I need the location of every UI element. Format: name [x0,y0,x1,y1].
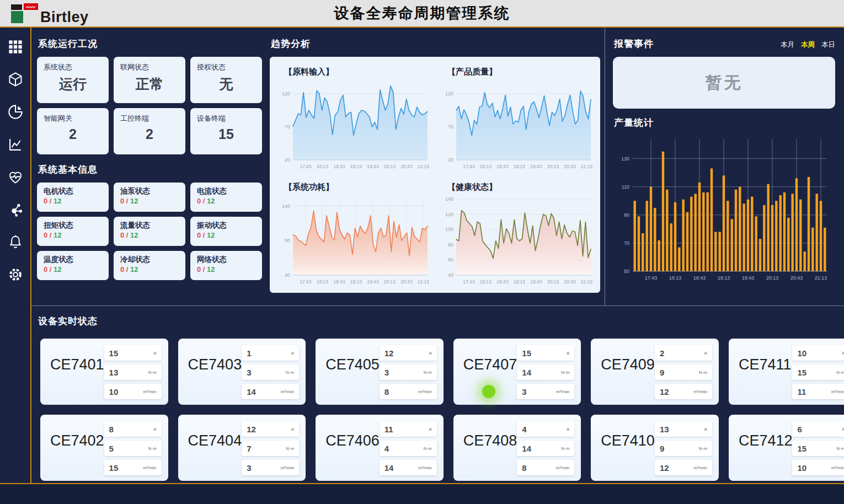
svg-text:20:43: 20:43 [400,164,413,169]
device-metric-row: 10A [792,345,844,361]
device-metric-row: 3m³/min [242,460,299,475]
metric-unit: A [704,427,707,432]
metric-value: 12 [384,348,394,358]
trend-title: 趋势分析 [271,37,600,50]
device-name: CE7411 [739,356,792,399]
metric-value: 8 [384,387,389,396]
device-metric-row: 15m³/min [104,460,162,475]
metric-value: 15 [109,348,119,358]
pie-chart-icon[interactable] [7,104,24,120]
svg-text:20:43: 20:43 [564,164,576,169]
info-card-label: 网络状态 [197,255,255,265]
svg-text:18:43: 18:43 [496,164,509,169]
trend-analysis-card: 【原料输入】207012017:4318:1318:4319:1319:4320… [270,57,600,293]
metric-value: 5 [109,444,114,453]
alarm-tab-本周[interactable]: 本周 [801,40,815,50]
svg-text:90: 90 [624,212,629,218]
cube-icon[interactable] [7,71,24,88]
metric-value: 12 [660,463,669,473]
device-card[interactable]: CE74084A14N·m8m³/min [453,415,581,481]
metric-unit: A [842,351,844,356]
info-count-current: 0 / [120,265,130,274]
logo-black-block [11,4,22,10]
svg-text:21:13: 21:13 [418,164,430,169]
svg-text:120: 120 [445,212,453,217]
info-count-total: 12 [207,197,215,205]
alarm-tab-本月[interactable]: 本月 [781,40,794,50]
metric-value: 10 [109,387,119,396]
metric-value: 11 [384,425,393,434]
status-card: 授权状态无 [190,57,262,103]
molecule-icon[interactable] [7,201,24,218]
svg-text:40: 40 [448,272,453,278]
device-card[interactable]: CE740611A4N·m14m³/min [316,415,444,481]
gear-icon[interactable] [7,266,24,283]
metric-value: 12 [247,425,256,434]
trend-chart-raw-input: 【原料输入】207012017:4318:1318:4319:1319:4320… [273,63,436,175]
device-metrics: 1A3N·m14m³/min [242,345,299,399]
logo-text: Birtley [40,11,89,23]
svg-text:19:43: 19:43 [530,279,542,285]
trend-chart-title: 【系统功耗】 [284,182,434,192]
info-count-current: 0 / [197,265,207,274]
line-chart-icon[interactable] [7,136,24,153]
metric-unit: m³/min [556,465,569,470]
metric-unit: m³/min [693,389,707,394]
info-card-count: 0 / 12 [44,265,102,274]
svg-text:19:13: 19:13 [514,164,526,169]
bell-icon[interactable] [7,234,24,250]
metric-value: 10 [797,348,806,358]
metric-value: 3 [247,368,251,377]
info-card-count: 0 / 12 [44,231,102,239]
svg-text:18:43: 18:43 [496,279,509,285]
info-card: 振动状态0 / 12 [190,217,262,246]
device-metric-row: 15N·m [792,441,844,456]
metric-value: 14 [247,387,256,396]
device-card[interactable]: CE740115A13N·m10m³/min [40,339,168,405]
svg-text:18:13: 18:13 [480,164,492,169]
line-chart-quality: 207012017:4318:1318:4319:1319:4320:1320:… [439,78,597,172]
device-card[interactable]: CE74126A15N·m10m³/min [729,415,844,481]
device-card[interactable]: CE74028A5N·m15m³/min [40,415,168,481]
device-card[interactable]: CE741110A15N·m11m³/min [729,339,844,405]
metric-unit: m³/min [418,465,431,470]
device-card[interactable]: CE740715A14N·m3m³/min [453,339,581,405]
devices-title: 设备实时状态 [38,315,835,328]
device-card[interactable]: CE74031A3N·m14m³/min [178,339,306,405]
info-count-current: 0 / [197,231,207,239]
line-chart-health: 40608010012014017:4318:1318:4319:1319:43… [439,194,597,287]
device-card[interactable]: CE741013A9N·m12m³/min [591,415,719,481]
alarm-tab-本日[interactable]: 本日 [821,40,835,50]
trend-chart-title: 【产品质量】 [447,67,597,77]
metric-unit: A [842,427,844,432]
svg-text:20:13: 20:13 [384,279,396,285]
device-name: CE7405 [325,356,380,399]
device-metric-row: 4A [517,421,574,437]
device-card[interactable]: CE740412A7N·m3m³/min [178,415,306,481]
status-card-label: 授权状态 [197,62,255,72]
info-card: 网络状态0 / 12 [190,251,262,280]
metric-value: 3 [384,368,389,377]
metric-value: 13 [660,425,669,434]
trend-chart-quality: 【产品质量】207012017:4318:1318:4319:1319:4320… [436,63,600,175]
device-metric-row: 6A [792,421,844,437]
svg-text:19:43: 19:43 [742,275,755,281]
metric-value: 15 [797,368,806,377]
alarm-title: 报警事件 [614,37,654,50]
health-icon[interactable] [7,169,24,185]
line-chart-raw-input: 207012017:4318:1318:4319:1319:4320:1320:… [275,78,434,172]
svg-text:21:13: 21:13 [581,279,593,285]
metric-unit: N·m [286,446,294,451]
alarm-tabs: 本月本周本日 [781,40,835,50]
page-title: 设备全寿命周期管理系统 [334,3,510,23]
info-card-count: 0 / 12 [197,265,255,274]
svg-text:140: 140 [445,196,453,202]
status-card: 联网状态正常 [114,57,185,103]
grid-icon[interactable] [7,39,24,55]
device-name: CE7404 [188,432,242,475]
status-card: 智能网关2 [37,108,109,154]
device-card[interactable]: CE74092A9N·m12m³/min [591,339,719,405]
device-grid: CE740115A13N·m10m³/minCE74031A3N·m14m³/m… [37,334,835,481]
right-column: 报警事件 本月本周本日 暂无 产量统计 17:4318:1318:4319:13… [605,28,844,305]
device-card[interactable]: CE740512A3N·m8m³/min [316,339,444,405]
